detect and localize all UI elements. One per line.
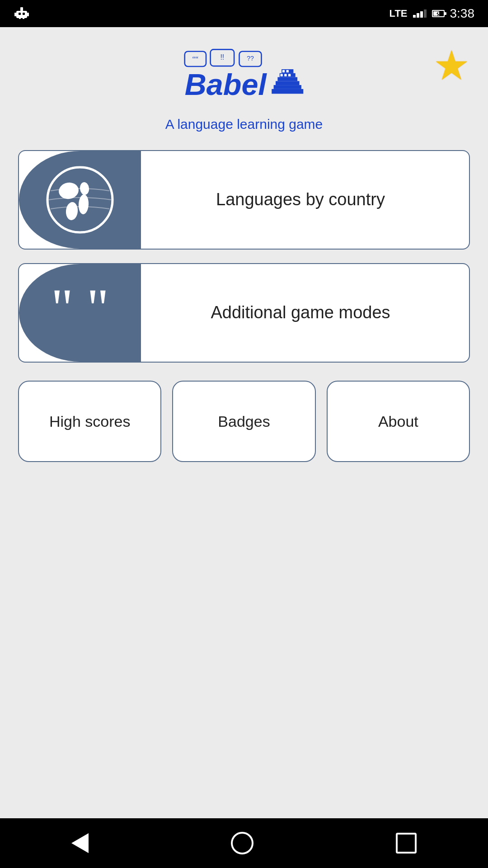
svg-rect-4 bbox=[14, 13, 16, 16]
svg-rect-22 bbox=[282, 70, 285, 72]
signal-icon bbox=[413, 9, 427, 18]
game-modes-button-label: Additional game modes bbox=[211, 301, 390, 325]
bottom-buttons-row: High scores Badges About bbox=[18, 381, 470, 462]
svg-rect-19 bbox=[276, 81, 300, 85]
about-label: About bbox=[378, 413, 418, 430]
svg-rect-23 bbox=[286, 70, 289, 72]
svg-text:Babel: Babel bbox=[185, 68, 267, 101]
logo-area: ““ !! ?? Babel bbox=[165, 45, 323, 132]
quotation-marks-icon: " " bbox=[51, 281, 109, 335]
globe-icon-container bbox=[19, 151, 141, 249]
languages-button-text: Languages by country bbox=[132, 151, 469, 249]
svg-rect-5 bbox=[27, 13, 29, 16]
svg-rect-24 bbox=[280, 74, 282, 76]
badges-button[interactable]: Badges bbox=[172, 381, 315, 462]
svg-rect-1 bbox=[19, 13, 21, 15]
additional-game-modes-button[interactable]: " " Additional game modes bbox=[18, 263, 470, 363]
quote-icon-container: " " bbox=[19, 264, 141, 362]
svg-rect-26 bbox=[288, 74, 291, 76]
high-scores-label: High scores bbox=[49, 413, 131, 430]
svg-rect-2 bbox=[23, 13, 25, 15]
languages-by-country-button[interactable]: Languages by country bbox=[18, 150, 470, 250]
svg-marker-8 bbox=[436, 11, 439, 17]
app-logo: ““ !! ?? Babel bbox=[181, 45, 307, 113]
favorites-button[interactable]: ★ bbox=[433, 45, 470, 86]
svg-text:““: ““ bbox=[192, 55, 198, 63]
star-icon: ★ bbox=[433, 43, 470, 88]
svg-rect-21 bbox=[272, 89, 303, 94]
svg-rect-25 bbox=[284, 74, 286, 76]
home-button[interactable] bbox=[231, 832, 253, 854]
navigation-bar bbox=[0, 818, 488, 868]
languages-button-label: Languages by country bbox=[216, 188, 385, 212]
main-content: ““ !! ?? Babel bbox=[0, 27, 488, 818]
globe-icon bbox=[44, 164, 116, 236]
badges-label: Badges bbox=[218, 413, 270, 430]
app-header: ““ !! ?? Babel bbox=[18, 45, 470, 132]
app-subtitle: A language learning game bbox=[165, 117, 323, 132]
battery-icon bbox=[432, 10, 445, 17]
high-scores-button[interactable]: High scores bbox=[18, 381, 161, 462]
back-icon bbox=[71, 833, 89, 853]
about-button[interactable]: About bbox=[327, 381, 470, 462]
recents-icon bbox=[396, 833, 417, 854]
svg-text:??: ?? bbox=[247, 55, 254, 62]
svg-rect-7 bbox=[23, 17, 24, 19]
svg-text:!!: !! bbox=[220, 53, 224, 61]
status-bar-left bbox=[14, 5, 30, 22]
svg-rect-6 bbox=[19, 17, 21, 19]
svg-rect-20 bbox=[274, 85, 301, 89]
game-modes-button-text: Additional game modes bbox=[132, 264, 469, 362]
status-bar: LTE 3:38 bbox=[0, 0, 488, 27]
svg-rect-3 bbox=[20, 7, 23, 11]
svg-rect-0 bbox=[16, 11, 27, 18]
status-bar-right: LTE 3:38 bbox=[389, 6, 474, 21]
back-button[interactable] bbox=[71, 833, 89, 853]
recents-button[interactable] bbox=[396, 833, 417, 854]
status-time: 3:38 bbox=[450, 6, 475, 21]
lte-label: LTE bbox=[389, 8, 408, 19]
home-icon bbox=[231, 832, 253, 854]
notification-icon bbox=[14, 5, 30, 22]
svg-rect-18 bbox=[277, 77, 297, 81]
